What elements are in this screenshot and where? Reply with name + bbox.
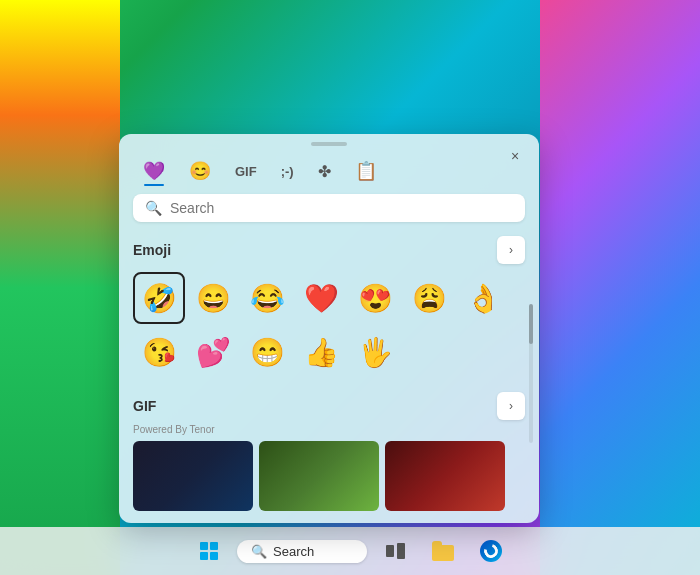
taskbar: 🔍 Search: [0, 527, 700, 575]
taskbar-search[interactable]: 🔍 Search: [237, 540, 367, 563]
file-explorer-button[interactable]: [423, 531, 463, 571]
emoji-cell[interactable]: 👌: [457, 272, 509, 324]
tab-clipboard-icon: 📋: [355, 160, 377, 182]
emoji-cell[interactable]: 💕: [187, 326, 239, 378]
edge-button[interactable]: [471, 531, 511, 571]
taskbar-search-icon: 🔍: [251, 544, 267, 559]
folder-icon: [432, 541, 454, 561]
tab-bar: 💜 😊 GIF ;-) ✤ 📋: [119, 150, 539, 186]
emoji-cell[interactable]: 😂: [241, 272, 293, 324]
powered-by-text: Powered By Tenor: [119, 424, 539, 437]
start-button[interactable]: [189, 531, 229, 571]
emoji-cell[interactable]: 👍: [295, 326, 347, 378]
background-left: [0, 0, 120, 575]
emoji-cell[interactable]: ❤️: [295, 272, 347, 324]
emoji-section-header: Emoji ›: [119, 230, 539, 268]
windows-logo-icon: [200, 542, 218, 560]
gif-section-arrow[interactable]: ›: [497, 392, 525, 420]
emoji-section-arrow[interactable]: ›: [497, 236, 525, 264]
gif-section-header: GIF ›: [119, 386, 539, 424]
tab-gif[interactable]: GIF: [225, 158, 267, 183]
scroll-thumb[interactable]: [529, 304, 533, 344]
search-box[interactable]: 🔍: [133, 194, 525, 222]
task-view-button[interactable]: [375, 531, 415, 571]
emoji-cell[interactable]: 😩: [403, 272, 455, 324]
tab-recently-used-icon: 💜: [143, 160, 165, 182]
edge-icon: [480, 540, 502, 562]
tab-symbols-icon: ✤: [318, 162, 331, 181]
emoji-cell[interactable]: 😍: [349, 272, 401, 324]
gif-row: [119, 437, 539, 515]
emoji-cell[interactable]: 😄: [187, 272, 239, 324]
scroll-track: [529, 304, 533, 443]
search-icon: 🔍: [145, 200, 162, 216]
close-button[interactable]: ×: [501, 142, 529, 170]
tab-kaomoji[interactable]: ;-): [271, 158, 304, 183]
emoji-section-title: Emoji: [133, 242, 171, 258]
taskbar-search-label: Search: [273, 544, 314, 559]
search-input[interactable]: [170, 200, 513, 216]
tab-emoji[interactable]: 😊: [179, 154, 221, 186]
emoji-cell[interactable]: 🖐️: [349, 326, 401, 378]
drag-handle[interactable]: [119, 134, 539, 150]
emoji-cell[interactable]: 🤣: [133, 272, 185, 324]
gif-thumbnail[interactable]: [385, 441, 505, 511]
gif-section: GIF › Powered By Tenor: [119, 386, 539, 515]
tab-clipboard[interactable]: 📋: [345, 154, 387, 186]
tab-kaomoji-label: ;-): [281, 164, 294, 179]
tab-recently-used[interactable]: 💜: [133, 154, 175, 186]
drag-handle-bar: [311, 142, 347, 146]
gif-thumbnail[interactable]: [133, 441, 253, 511]
task-view-icon: [386, 543, 405, 559]
emoji-grid: 🤣 😄 😂 ❤️ 😍 😩 👌 😘 💕 😁 👍 🖐️: [119, 268, 539, 382]
gif-section-title: GIF: [133, 398, 156, 414]
gif-thumbnail[interactable]: [259, 441, 379, 511]
emoji-cell[interactable]: 😘: [133, 326, 185, 378]
background-right: [540, 0, 700, 575]
tab-gif-label: GIF: [235, 164, 257, 179]
tab-symbols[interactable]: ✤: [308, 156, 341, 185]
tab-emoji-icon: 😊: [189, 160, 211, 182]
emoji-cell[interactable]: 😁: [241, 326, 293, 378]
emoji-picker-panel: × 💜 😊 GIF ;-) ✤ 📋 🔍 Emoji › 🤣 😄 😂: [119, 134, 539, 523]
